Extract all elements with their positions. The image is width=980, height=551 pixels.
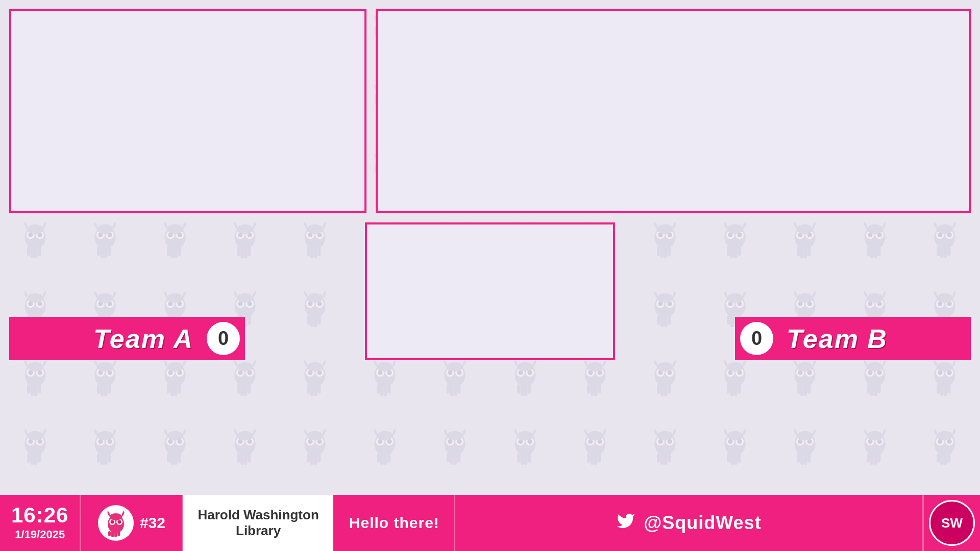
location-text: Harold WashingtonLibrary [198, 507, 318, 539]
chi-shoals-logo-icon [101, 508, 131, 538]
bottom-logo-section: #32 [81, 495, 183, 551]
score-left-area: Team A 0 [0, 217, 245, 360]
sw-label: SW [941, 515, 963, 531]
score-bubble-b: 0 [740, 322, 773, 355]
team-b-score: 0 [751, 328, 762, 349]
score-bubble-a: 0 [207, 322, 240, 355]
bottom-sw-section: SW [924, 495, 980, 551]
bottom-time-section: 16:26 1/19/2025 [0, 495, 81, 551]
svg-point-1123 [110, 520, 114, 524]
sw-logo-circle: SW [929, 500, 975, 546]
date-display: 1/19/2025 [15, 528, 65, 541]
svg-rect-1127 [114, 531, 117, 537]
score-right-area: 0 Team B [735, 217, 980, 360]
team-b-name: Team B [778, 323, 971, 354]
twitter-bird-icon [616, 511, 635, 531]
bottom-hello-section: Hello there! [335, 495, 455, 551]
middle-section: Team A 0 0 Team B [0, 217, 980, 360]
main-container: Team A 0 0 Team B [0, 0, 980, 551]
video-panel-left [9, 9, 366, 213]
team-a-name: Team A [9, 323, 202, 354]
top-panels-row [0, 0, 980, 213]
svg-rect-1125 [108, 531, 111, 536]
logo-circle [98, 505, 134, 541]
bottom-twitter-section: @SquidWest [455, 495, 924, 551]
svg-point-1124 [117, 520, 121, 524]
twitter-icon [616, 511, 635, 535]
center-panel-wrapper [245, 217, 735, 360]
time-display: 16:26 [11, 505, 68, 526]
greeting-text: Hello there! [349, 514, 439, 532]
svg-rect-1128 [117, 531, 120, 536]
bottom-location-section: Harold WashingtonLibrary [183, 495, 334, 551]
logo-number: #32 [140, 514, 165, 532]
center-video-panel [365, 222, 615, 360]
svg-rect-1126 [111, 531, 114, 537]
score-bar-right: 0 Team B [735, 317, 971, 360]
bottom-bar: 16:26 1/19/2025 #32 Harold Washingto [0, 495, 980, 551]
score-bar-left: Team A 0 [9, 317, 245, 360]
svg-point-1129 [110, 513, 122, 520]
team-a-score: 0 [218, 328, 229, 349]
twitter-handle: @SquidWest [644, 512, 761, 534]
video-panel-right [376, 9, 971, 213]
